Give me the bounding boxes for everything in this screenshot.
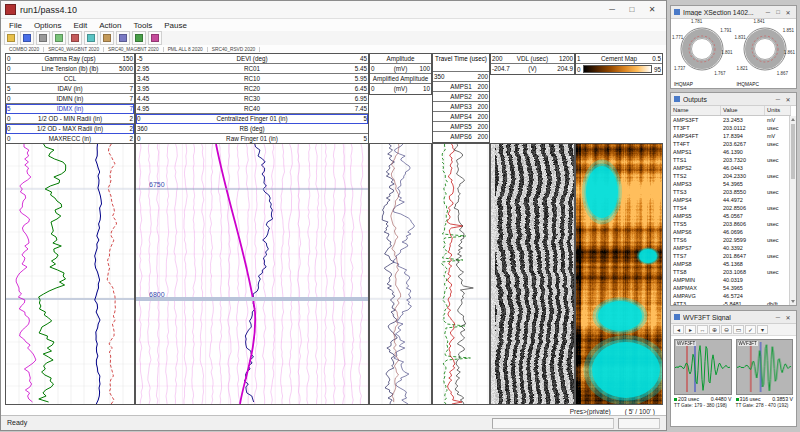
menu-item[interactable]: Options: [28, 21, 68, 30]
waveform-display[interactable]: WVF3FT: [736, 339, 794, 395]
output-row[interactable]: AMPS740.3392: [671, 244, 791, 252]
output-row[interactable]: AMPS246.0443: [671, 164, 791, 172]
curve-header-row[interactable]: 0(mV)10: [370, 84, 431, 94]
output-row[interactable]: AMPS545.0567: [671, 212, 791, 220]
output-row[interactable]: TT4FT203.6267usec: [671, 140, 791, 148]
output-row[interactable]: AMPAVG46.5724: [671, 292, 791, 300]
signal-tool-button[interactable]: ◂: [673, 325, 684, 334]
signal-tool-button[interactable]: ▭: [733, 325, 744, 334]
output-row[interactable]: AMPS646.0696: [671, 228, 791, 236]
curve-header-row[interactable]: AMPS3200: [433, 102, 489, 112]
outputs-titlebar[interactable]: Outputs ─✕: [671, 93, 796, 106]
toolbar-icon[interactable]: [84, 31, 98, 45]
signal-tool-button[interactable]: ✓: [745, 325, 756, 334]
output-row[interactable]: ATT3-5.8481db/ft: [671, 300, 791, 305]
outputs-scrollbar[interactable]: [789, 116, 796, 305]
curve-header-row[interactable]: AMPS6200: [433, 132, 489, 142]
output-row[interactable]: AMPMIN40.0319: [671, 276, 791, 284]
output-row[interactable]: TTS7201.8647usec: [671, 252, 791, 260]
toolbar-icon[interactable]: [36, 31, 50, 45]
toolbar-icon[interactable]: [116, 31, 130, 45]
output-row[interactable]: TTS8203.1068usec: [671, 268, 791, 276]
output-row[interactable]: TTS2204.2330usec: [671, 172, 791, 180]
column-header[interactable]: Name: [671, 106, 721, 115]
toolbar-icon[interactable]: [100, 31, 114, 45]
curve-header-row[interactable]: 200VDL (usec)1200: [491, 54, 574, 64]
curve-header-row[interactable]: 3.95RC206.45: [136, 84, 368, 94]
menu-item[interactable]: Tools: [128, 21, 159, 30]
window-control-button[interactable]: ─: [602, 5, 622, 14]
signal-tool-button[interactable]: ▾: [757, 325, 768, 334]
output-row[interactable]: AMPS845.1368: [671, 260, 791, 268]
curve-header-row[interactable]: -204.7(V)204.9: [491, 64, 574, 74]
dataset-tab[interactable]: SRC40_WAGBNT 2020: [44, 47, 104, 52]
scrollbar-thumb[interactable]: [791, 124, 795, 179]
xsection-titlebar[interactable]: Image XSection 1402... ─□✕: [671, 6, 796, 19]
curve-header-row[interactable]: 350200: [433, 72, 489, 82]
signal-tool-button[interactable]: ⊕: [709, 325, 720, 334]
toolbar-icon[interactable]: [20, 31, 34, 45]
output-row[interactable]: TT3FT203.0112usec: [671, 124, 791, 132]
curve-header-row[interactable]: AMPS5200: [433, 122, 489, 132]
titlebar[interactable]: run1/pass4.10 ─□✕: [1, 1, 666, 19]
menu-item[interactable]: File: [3, 21, 28, 30]
curve-header-row[interactable]: 01/2 OD - MAX Radii (in)2: [6, 124, 134, 134]
curve-header-row[interactable]: 01/2 OD - MIN Radii (in)2: [6, 114, 134, 124]
cement-map-scale-row[interactable]: 1 Cement Map 0.5: [576, 54, 662, 64]
output-row[interactable]: AMPS354.3965: [671, 180, 791, 188]
signal-tool-button[interactable]: ▸: [685, 325, 696, 334]
signal-tool-button[interactable]: ⊖: [721, 325, 732, 334]
curve-header-row[interactable]: 2.95RC015.45: [136, 64, 368, 74]
output-row[interactable]: AMPS4FT17.8394mV: [671, 132, 791, 140]
panel-control-button[interactable]: ─: [763, 9, 773, 16]
curve-header-row[interactable]: 4.95RC407.45: [136, 104, 368, 114]
panel-control-button[interactable]: ✕: [783, 314, 793, 321]
output-row[interactable]: TTS5203.8606usec: [671, 220, 791, 228]
toolbar-icon[interactable]: [132, 31, 146, 45]
dataset-tab[interactable]: PML ALL 8 2020: [164, 47, 208, 52]
output-row[interactable]: TTS1203.7320usec: [671, 156, 791, 164]
curve-header-row[interactable]: AMPS4200: [433, 112, 489, 122]
curve-header-row[interactable]: CCL: [6, 74, 134, 84]
panel-control-button[interactable]: □: [773, 9, 783, 16]
panel-control-button[interactable]: ─: [773, 96, 783, 103]
curve-header-row[interactable]: 360RB (deg): [136, 124, 368, 134]
menu-item[interactable]: Action: [93, 21, 127, 30]
curve-header-row[interactable]: 5IDAV (in)7: [6, 84, 134, 94]
signal-titlebar[interactable]: WVF3FT Signal ─✕: [671, 311, 796, 324]
waveform-display[interactable]: WVF3FT: [674, 339, 732, 395]
curve-header-row[interactable]: Amplitude: [370, 54, 431, 64]
signal-tool-button[interactable]: ↔: [697, 325, 708, 334]
curve-header-row[interactable]: AMPS2200: [433, 92, 489, 102]
output-row[interactable]: AMPS444.4972: [671, 196, 791, 204]
curve-header-row[interactable]: 0(mV)100: [370, 64, 431, 74]
column-header[interactable]: Value: [721, 106, 765, 115]
panel-control-button[interactable]: ✕: [783, 96, 793, 103]
window-control-button[interactable]: ✕: [642, 5, 662, 14]
output-row[interactable]: AMPS3FT23.2453mV: [671, 116, 791, 124]
curve-header-row[interactable]: -5DEVI (deg)45: [136, 54, 368, 64]
panel-control-button[interactable]: ✕: [783, 9, 793, 16]
panel-control-button[interactable]: ─: [773, 314, 783, 321]
window-control-button[interactable]: □: [622, 5, 642, 14]
toolbar-icon[interactable]: [148, 31, 162, 45]
output-row[interactable]: AMPMAX54.3965: [671, 284, 791, 292]
dataset-tab[interactable]: COMBO 2020: [5, 47, 44, 52]
output-row[interactable]: AMPS146.1390: [671, 148, 791, 156]
travel-time-title[interactable]: Travel Time (usec): [433, 54, 489, 72]
dataset-tab[interactable]: SRC40_RSVD 2020: [208, 47, 260, 52]
column-header[interactable]: Units: [765, 106, 791, 115]
curve-header-row[interactable]: 0Line Tension (lb) (lb)5000: [6, 64, 134, 74]
curve-header-row[interactable]: 5IDMX (in)7: [6, 104, 134, 114]
output-row[interactable]: TTS4202.8506usec: [671, 204, 791, 212]
toolbar-icon[interactable]: [52, 31, 66, 45]
curve-header-row[interactable]: Amplified Amplitude: [370, 74, 431, 84]
toolbar-icon[interactable]: [68, 31, 82, 45]
scroll-down-icon[interactable]: [791, 300, 795, 303]
scroll-up-icon[interactable]: [791, 118, 795, 121]
curve-header-row[interactable]: AMPS1200: [433, 82, 489, 92]
output-row[interactable]: TTS3203.8550usec: [671, 188, 791, 196]
menu-item[interactable]: Edit: [67, 21, 93, 30]
curve-header-row[interactable]: 0IDMN (in)7: [6, 94, 134, 104]
curve-header-row[interactable]: 3.45RC105.95: [136, 74, 368, 84]
